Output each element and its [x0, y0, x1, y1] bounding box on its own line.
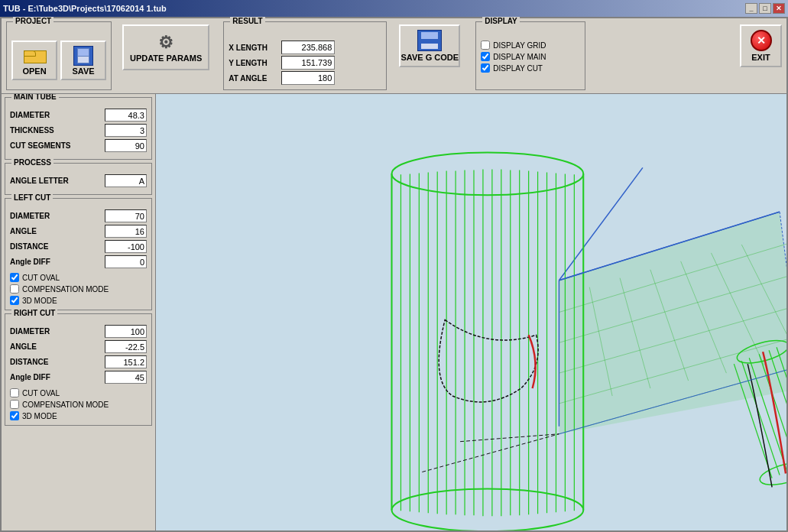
y-length-value[interactable] [281, 56, 335, 70]
display-main-label: DISPLAY MAIN [493, 53, 546, 61]
3d-canvas [156, 94, 786, 530]
right-3d-mode-label: 3D MODE [22, 412, 57, 420]
left-3d-mode-checkbox[interactable] [10, 296, 19, 305]
minimize-button[interactable]: _ [745, 3, 757, 14]
main-tube-label: MAIN TUBE [11, 94, 59, 101]
left-cut-oval-label: CUT OVAL [22, 274, 60, 282]
exit-button[interactable]: ✕ EXIT [740, 24, 782, 67]
right-compensation-checkbox[interactable] [10, 400, 19, 409]
angle-letter-input[interactable] [105, 174, 147, 187]
left-3d-mode-label: 3D MODE [22, 297, 57, 305]
right-angle-input[interactable] [105, 340, 147, 353]
toolbar: PROJECT OPEN SAVE ⚙ [2, 18, 786, 94]
close-button[interactable]: ✕ [773, 3, 785, 14]
project-group-label: PROJECT [13, 17, 54, 25]
left-panel: MAIN TUBE DIAMETER THICKNESS CUT SEGMENT… [2, 94, 156, 530]
main-window: PROJECT OPEN SAVE ⚙ [0, 17, 788, 532]
open-button[interactable]: OPEN [11, 41, 57, 80]
project-group: PROJECT OPEN SAVE [6, 21, 112, 90]
right-cut-oval-label: CUT OVAL [22, 389, 60, 397]
result-group: RESULT X LENGTH Y LENGTH AT ANGLE [223, 21, 387, 90]
right-cut-oval-checkbox[interactable] [10, 388, 19, 397]
left-compensation-checkbox[interactable] [10, 284, 19, 294]
thickness-input[interactable] [105, 124, 147, 137]
left-angle-input[interactable] [105, 225, 147, 238]
left-diameter-label: DIAMETER [10, 212, 50, 220]
maximize-button[interactable]: □ [759, 3, 771, 14]
exit-icon: ✕ [751, 30, 772, 51]
left-distance-input[interactable] [105, 240, 147, 253]
save-gcode-button[interactable]: SAVE G CODE [399, 24, 460, 67]
process-section: PROCESS ANGLE LETTER [5, 163, 152, 195]
title-bar-buttons: _ □ ✕ [745, 3, 785, 14]
window-title: TUB - E:\Tube3D\Projects\17062014 1.tub [3, 4, 167, 13]
diameter-input[interactable] [105, 109, 147, 122]
right-compensation-label: COMPENSATION MODE [22, 401, 109, 409]
right-angle-diff-input[interactable] [105, 371, 147, 384]
cut-segments-label: CUT SEGMENTS [10, 141, 70, 150]
left-angle-diff-input[interactable] [105, 255, 147, 268]
open-icon [22, 45, 47, 66]
left-angle-label: ANGLE [10, 227, 37, 235]
right-diameter-label: DIAMETER [10, 327, 50, 336]
x-length-value[interactable] [281, 41, 335, 54]
left-cut-oval-checkbox[interactable] [10, 273, 19, 282]
at-angle-value[interactable] [281, 71, 335, 85]
left-angle-diff-label: Angle DIFF [10, 258, 50, 266]
display-group: DISPLAY DISPLAY GRID DISPLAY MAIN DISPLA… [475, 21, 585, 90]
left-cut-section: LEFT CUT DIAMETER ANGLE DISTANCE Angle D… [5, 198, 152, 310]
right-angle-label: ANGLE [10, 342, 37, 351]
at-angle-label: AT ANGLE [229, 74, 278, 83]
result-group-label: RESULT [230, 17, 264, 25]
right-angle-diff-label: Angle DIFF [10, 373, 50, 381]
diameter-label: DIAMETER [10, 111, 50, 119]
display-grid-label: DISPLAY GRID [493, 41, 546, 50]
right-distance-label: DISTANCE [10, 358, 48, 366]
display-group-label: DISPLAY [482, 17, 519, 25]
gear-icon: ⚙ [154, 32, 178, 54]
right-cut-label: RIGHT CUT [11, 309, 57, 317]
left-distance-label: DISTANCE [10, 242, 48, 251]
left-cut-label: LEFT CUT [11, 193, 53, 202]
display-main-checkbox[interactable] [481, 52, 490, 61]
y-length-label: Y LENGTH [229, 59, 278, 67]
display-grid-checkbox[interactable] [481, 41, 490, 50]
left-compensation-label: COMPENSATION MODE [22, 285, 109, 294]
left-diameter-input[interactable] [105, 209, 147, 222]
right-diameter-input[interactable] [105, 325, 147, 338]
display-cut-checkbox[interactable] [481, 63, 490, 73]
update-params-button[interactable]: ⚙ UPDATE PARAMS [122, 24, 209, 70]
save-button[interactable]: SAVE [60, 41, 106, 80]
save-icon [71, 45, 96, 66]
thickness-label: THICKNESS [10, 126, 54, 135]
angle-letter-label: ANGLE LETTER [10, 177, 69, 185]
display-cut-label: DISPLAY CUT [493, 64, 543, 73]
x-length-label: X LENGTH [229, 44, 278, 52]
main-tube-section: MAIN TUBE DIAMETER THICKNESS CUT SEGMENT… [5, 97, 152, 160]
right-3d-mode-checkbox[interactable] [10, 411, 19, 420]
title-bar: TUB - E:\Tube3D\Projects\17062014 1.tub … [0, 0, 788, 17]
3d-viewport[interactable] [156, 94, 786, 530]
save-gcode-icon [417, 30, 442, 51]
process-label: PROCESS [11, 158, 54, 167]
cut-segments-input[interactable] [105, 139, 147, 152]
content-area: MAIN TUBE DIAMETER THICKNESS CUT SEGMENT… [2, 94, 786, 530]
right-distance-input[interactable] [105, 355, 147, 368]
right-cut-section: RIGHT CUT DIAMETER ANGLE DISTANCE Angle … [5, 313, 152, 426]
